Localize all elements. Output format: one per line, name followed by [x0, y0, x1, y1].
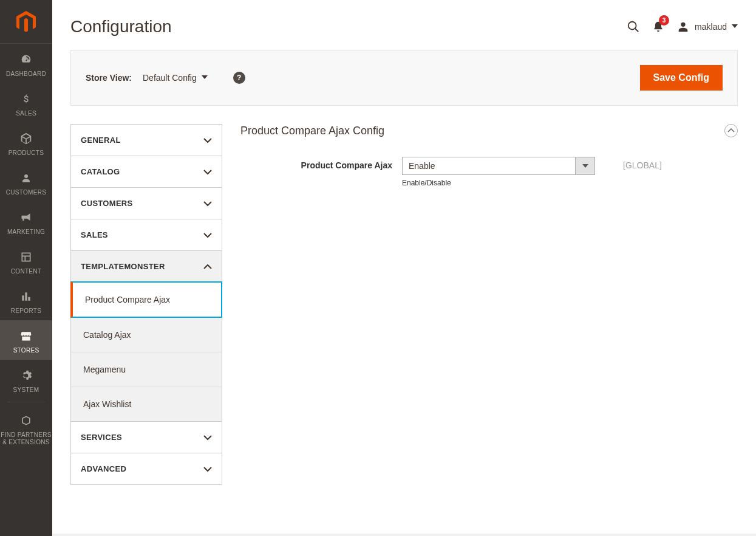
nav-customers[interactable]: CUSTOMERS — [0, 162, 52, 202]
search-button[interactable] — [627, 20, 640, 33]
config-section-label: GENERAL — [81, 136, 121, 145]
nav-label: PRODUCTS — [9, 149, 44, 156]
box-icon — [19, 130, 33, 147]
config-section-templatemonster: TEMPLATEMONSTER Product Compare Ajax Cat… — [71, 251, 222, 422]
notification-badge: 3 — [659, 15, 669, 26]
chevron-up-icon — [203, 264, 212, 270]
nav-system[interactable]: SYSTEM — [0, 360, 52, 399]
nav-partners[interactable]: FIND PARTNERS & EXTENSIONS — [0, 405, 52, 452]
config-sidebar: GENERAL CATALOG CUSTOMERS — [70, 124, 222, 485]
nav-dashboard[interactable]: DASHBOARD — [0, 44, 52, 83]
nav-stores[interactable]: STORES — [0, 320, 52, 360]
nav-label: DASHBOARD — [6, 70, 46, 77]
person-icon — [21, 170, 32, 187]
chevron-down-icon — [582, 163, 588, 168]
config-subitem-product-compare-ajax[interactable]: Product Compare Ajax — [70, 281, 222, 318]
store-view-selector[interactable]: Default Config — [143, 73, 208, 83]
config-section-header[interactable]: TEMPLATEMONSTER — [71, 251, 222, 282]
toolbar: Store View: Default Config ? Save Config — [70, 50, 738, 106]
dollar-icon — [21, 91, 32, 108]
config-section-label: SERVICES — [81, 433, 122, 442]
chart-icon — [20, 288, 32, 305]
nav-content[interactable]: CONTENT — [0, 241, 52, 281]
chevron-down-icon — [732, 24, 738, 29]
field-label: Product Compare Ajax — [240, 157, 392, 170]
svg-point-0 — [628, 22, 636, 30]
config-section-catalog: CATALOG — [71, 156, 222, 188]
layout-icon — [20, 249, 32, 266]
config-subitem-megamenu[interactable]: Megamenu — [71, 352, 222, 387]
field-note: Enable/Disable — [402, 179, 595, 187]
nav-divider — [8, 402, 44, 402]
select-value: Enable — [402, 157, 576, 175]
nav-products[interactable]: PRODUCTS — [0, 123, 52, 162]
footer-bar — [52, 534, 756, 536]
field-product-compare-ajax: Product Compare Ajax Enable Enable/Disab… — [240, 157, 738, 187]
config-section-label: SALES — [81, 230, 108, 239]
config-section-header[interactable]: SERVICES — [71, 422, 222, 453]
help-icon[interactable]: ? — [233, 72, 245, 84]
config-section-services: SERVICES — [71, 422, 222, 453]
storefront-icon — [19, 328, 33, 345]
user-name: maklaud — [695, 22, 727, 32]
config-section-label: CUSTOMERS — [81, 199, 133, 208]
page-header: Configuration 3 maklaud — [52, 0, 756, 50]
gear-icon — [20, 367, 32, 384]
config-subitem-catalog-ajax[interactable]: Catalog Ajax — [71, 317, 222, 352]
chevron-down-icon — [203, 169, 212, 175]
chevron-down-icon — [202, 75, 208, 80]
panel-title: Product Compare Ajax Config — [240, 125, 384, 137]
select-arrow — [576, 157, 595, 175]
config-panel: Product Compare Ajax Config Product Comp… — [240, 124, 738, 199]
user-icon — [676, 20, 690, 33]
nav-reports[interactable]: REPORTS — [0, 281, 52, 320]
svg-line-1 — [635, 29, 639, 32]
chevron-down-icon — [203, 201, 212, 207]
store-view-value: Default Config — [143, 73, 197, 83]
nav-sales[interactable]: SALES — [0, 83, 52, 123]
config-section-label: CATALOG — [81, 167, 120, 176]
admin-nav-sidebar: DASHBOARD SALES PRODUCTS CUSTOMERS MARKE… — [0, 0, 52, 536]
config-section-header[interactable]: CATALOG — [71, 156, 222, 187]
chevron-down-icon — [203, 435, 212, 441]
config-subitem-ajax-wishlist[interactable]: Ajax Wishlist — [71, 387, 222, 421]
config-section-header[interactable]: CUSTOMERS — [71, 188, 222, 219]
config-section-header[interactable]: SALES — [71, 219, 222, 250]
config-section-sales: SALES — [71, 219, 222, 251]
notifications-button[interactable]: 3 — [652, 20, 664, 33]
config-section-customers: CUSTOMERS — [71, 188, 222, 219]
nav-label: FIND PARTNERS & EXTENSIONS — [0, 431, 52, 446]
magento-logo[interactable] — [0, 0, 52, 44]
dashboard-icon — [19, 51, 33, 68]
collapse-button[interactable] — [724, 124, 738, 137]
user-menu[interactable]: maklaud — [676, 20, 738, 33]
megaphone-icon — [19, 209, 33, 226]
field-scope: [GLOBAL] — [623, 157, 662, 170]
nav-label: REPORTS — [11, 308, 41, 314]
chevron-down-icon — [203, 232, 212, 238]
page-title: Configuration — [70, 17, 627, 36]
select-product-compare-ajax[interactable]: Enable — [402, 157, 595, 175]
nav-label: CONTENT — [11, 268, 41, 275]
chevron-up-icon — [727, 128, 735, 133]
config-section-header[interactable]: GENERAL — [71, 125, 222, 156]
puzzle-icon — [20, 412, 32, 429]
chevron-down-icon — [203, 466, 212, 472]
nav-marketing[interactable]: MARKETING — [0, 202, 52, 241]
nav-label: CUSTOMERS — [6, 189, 46, 196]
config-section-label: ADVANCED — [81, 464, 126, 473]
save-config-button[interactable]: Save Config — [640, 65, 723, 91]
nav-label: SALES — [16, 110, 36, 117]
chevron-down-icon — [203, 137, 212, 143]
config-section-general: GENERAL — [71, 125, 222, 156]
nav-label: SYSTEM — [13, 387, 39, 393]
config-section-advanced: ADVANCED — [71, 453, 222, 484]
nav-label: STORES — [13, 347, 39, 354]
config-section-header[interactable]: ADVANCED — [71, 453, 222, 484]
store-view-label: Store View: — [86, 73, 132, 83]
config-section-label: TEMPLATEMONSTER — [81, 262, 165, 271]
nav-label: MARKETING — [7, 228, 45, 235]
